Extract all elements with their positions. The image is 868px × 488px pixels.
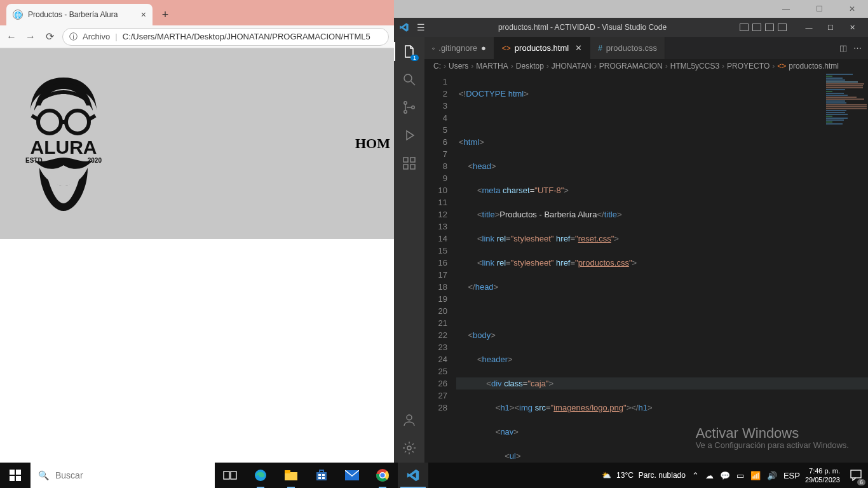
css-file-icon: # (598, 44, 602, 53)
svg-point-19 (407, 446, 411, 450)
vscode-title: productos.html - ACTIVIDAD - Visual Stud… (433, 23, 732, 32)
taskbar-clock[interactable]: 7:46 p. m. 29/05/2023 (805, 466, 840, 484)
menu-button[interactable]: ☰ (417, 22, 425, 32)
chrome-tab[interactable]: 🌐 Productos - Barbería Alura × (6, 4, 153, 25)
taskbar-search[interactable]: 🔍 Buscar (31, 463, 215, 488)
close-tab-icon[interactable]: ✕ (575, 43, 582, 53)
info-icon: ⓘ (69, 31, 78, 43)
alura-logo: ALURA ESTD 2020 (13, 74, 114, 214)
chrome-tab-title: Productos - Barbería Alura (28, 10, 136, 19)
svg-rect-28 (285, 470, 290, 473)
source-control-icon[interactable] (401, 99, 417, 116)
code-editor[interactable]: 1234567 891011121314 15161718192021 2223… (424, 73, 868, 463)
html-file-icon: <> (777, 62, 786, 71)
page-header: ALURA ESTD 2020 HOM (0, 48, 394, 239)
svg-point-8 (404, 74, 412, 82)
reload-button[interactable]: ⟳ (43, 30, 56, 43)
file-explorer-icon[interactable] (276, 463, 306, 488)
vscode-logo-icon (399, 22, 409, 32)
svg-rect-16 (410, 165, 415, 169)
svg-line-3 (32, 116, 38, 119)
svg-rect-32 (318, 477, 321, 479)
svg-rect-29 (316, 472, 327, 480)
line-numbers: 1234567 891011121314 15161718192021 2223… (424, 73, 456, 463)
search-icon[interactable] (401, 71, 417, 88)
volume-icon[interactable]: 🔊 (767, 471, 777, 480)
mail-icon[interactable] (337, 463, 367, 488)
vscode-close[interactable]: ✕ (841, 18, 863, 37)
vscode-window: ☰ productos.html - ACTIVIDAD - Visual St… (394, 18, 868, 463)
chrome-window: 🌐 Productos - Barbería Alura × + ← → ⟳ ⓘ… (0, 0, 394, 463)
settings-icon[interactable] (401, 440, 417, 456)
system-tray[interactable]: ⌃ ☁ 💬 ▭ 📶 🔊 ESP (692, 471, 800, 480)
back-button[interactable]: ← (5, 31, 18, 43)
notification-badge: 6 (857, 479, 865, 485)
chrome-viewport: ALURA ESTD 2020 HOM (0, 48, 394, 463)
windows-activation-watermark: Activar Windows Ve a Configuración para … (696, 427, 849, 451)
vscode-taskbar-icon[interactable] (398, 463, 428, 488)
svg-rect-40 (851, 470, 861, 478)
svg-rect-31 (322, 474, 325, 476)
svg-point-11 (404, 111, 407, 113)
vscode-minimize[interactable]: — (798, 18, 820, 37)
weather-icon: ⛅ (602, 471, 611, 480)
svg-text:ALURA: ALURA (31, 137, 97, 158)
bgwin-close[interactable]: ✕ (841, 1, 863, 17)
weather-text: Parc. nublado (639, 471, 686, 480)
activity-bar: 1 (394, 37, 424, 463)
debug-icon[interactable] (401, 127, 417, 144)
minimap[interactable] (824, 73, 868, 463)
url-bar[interactable]: ⓘ Archivo | C:/Users/MARTHA/Desktop/JHON… (62, 28, 389, 46)
svg-point-0 (38, 111, 61, 133)
start-button[interactable] (0, 463, 31, 488)
chrome-toolbar: ← → ⟳ ⓘ Archivo | C:/Users/MARTHA/Deskto… (0, 25, 394, 48)
html-file-icon: <> (502, 44, 511, 53)
editor-actions[interactable]: ◫ ⋯ (833, 37, 868, 59)
layout-controls[interactable] (740, 24, 787, 31)
wifi-icon[interactable]: 📶 (750, 471, 761, 480)
svg-rect-30 (318, 474, 321, 476)
task-view-icon[interactable] (215, 463, 245, 488)
tray-overflow-icon[interactable]: ⌃ (692, 471, 699, 480)
language-indicator[interactable]: ESP (783, 471, 800, 480)
vscode-maximize[interactable]: ☐ (820, 18, 841, 37)
svg-point-39 (380, 473, 384, 477)
account-icon[interactable] (401, 412, 417, 428)
svg-rect-17 (410, 158, 415, 162)
battery-icon[interactable]: ▭ (736, 471, 744, 480)
more-icon[interactable]: ⋯ (853, 43, 862, 53)
close-icon[interactable]: × (141, 10, 146, 20)
breadcrumb[interactable]: C:› Users› MARTHA› Desktop› JHONATAN› PR… (424, 59, 868, 73)
svg-marker-13 (407, 131, 414, 140)
notification-center-icon[interactable]: 6 (844, 463, 868, 488)
forward-button[interactable]: → (24, 31, 37, 43)
svg-point-1 (66, 111, 89, 133)
svg-point-12 (412, 106, 414, 109)
clock-time: 7:46 p. m. (805, 466, 840, 475)
tab-gitignore[interactable]: ◦ .gitingnore ● (424, 37, 494, 59)
clock-date: 29/05/2023 (805, 475, 840, 484)
edge-icon[interactable] (245, 463, 276, 488)
split-editor-icon[interactable]: ◫ (839, 43, 847, 53)
globe-icon: 🌐 (13, 10, 23, 20)
weather-temp: 13°C (616, 471, 634, 480)
new-tab-button[interactable]: + (156, 6, 174, 24)
svg-rect-21 (16, 470, 21, 475)
background-window-titlebar: — ☐ ✕ (394, 0, 868, 18)
tab-productos-css[interactable]: # productos.css (590, 37, 665, 59)
taskbar-weather[interactable]: ⛅ 13°C Parc. nublado (602, 471, 686, 480)
url-path: C:/Users/MARTHA/Desktop/JHONATAN/PROGRAM… (123, 32, 370, 41)
svg-line-9 (411, 81, 415, 85)
onedrive-icon[interactable]: ☁ (705, 471, 714, 480)
meeting-icon[interactable]: 💬 (720, 471, 730, 480)
bgwin-maximize[interactable]: ☐ (808, 1, 830, 17)
extensions-icon[interactable] (401, 155, 417, 172)
svg-point-18 (407, 415, 412, 420)
chrome-tabstrip: 🌐 Productos - Barbería Alura × + (0, 0, 394, 25)
tab-productos-html[interactable]: <> productos.html ✕ (494, 37, 590, 59)
chrome-icon[interactable] (367, 463, 398, 488)
code-content[interactable]: <!DOCTYPE html> <html> <head> <meta char… (456, 73, 868, 463)
ms-store-icon[interactable] (306, 463, 337, 488)
explorer-icon[interactable]: 1 (401, 43, 417, 60)
bgwin-minimize[interactable]: — (775, 1, 797, 17)
